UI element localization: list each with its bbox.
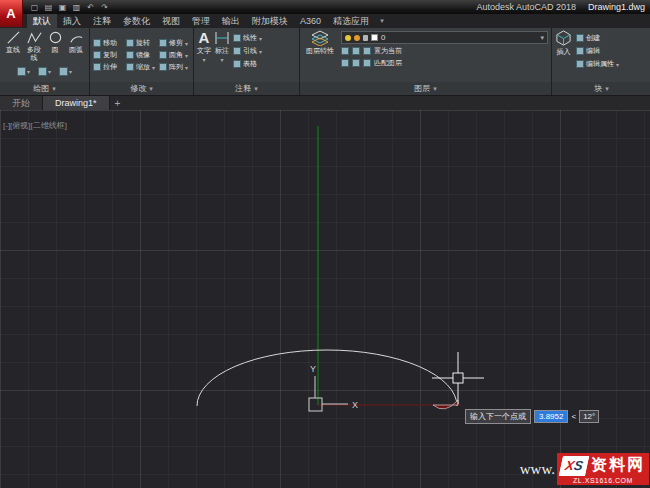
ribbon-tab-insert[interactable]: 插入 bbox=[57, 14, 87, 28]
print-icon[interactable]: ▥ bbox=[71, 2, 82, 13]
fillet-icon bbox=[159, 51, 167, 59]
ribbon-collapse-icon[interactable] bbox=[375, 14, 389, 28]
layers-panel-label[interactable]: 图层 bbox=[300, 82, 551, 95]
open-file-icon[interactable]: ▤ bbox=[43, 2, 54, 13]
ribbon-tab-manage[interactable]: 管理 bbox=[186, 14, 216, 28]
dynamic-input-prompt: 输入下一个点或 bbox=[465, 409, 531, 424]
xs-logo-icon: XS bbox=[559, 456, 589, 476]
ribbon-tab-view[interactable]: 视图 bbox=[156, 14, 186, 28]
layer-thaw-icon[interactable] bbox=[354, 35, 360, 41]
leader-icon bbox=[233, 47, 241, 55]
layer-tool-icon-4 bbox=[352, 59, 360, 67]
redo-icon[interactable]: ↷ bbox=[99, 2, 110, 13]
layer-dropdown[interactable]: 0 ▾ bbox=[341, 31, 548, 44]
mirror-icon bbox=[126, 51, 134, 59]
ribbon: 直线 多段线 圆 圆弧 ▾ bbox=[0, 28, 650, 95]
drawing-canvas[interactable]: [-][俯视][二维线框] X Y bbox=[0, 110, 650, 488]
circle-button[interactable]: 圆 bbox=[45, 30, 65, 62]
autocad-window: A ▢ ▤ ▣ ▥ ↶ ↷ Autodesk AutoCAD 2018 Draw… bbox=[0, 0, 650, 488]
fillet-button[interactable]: 圆角▾ bbox=[159, 50, 190, 60]
autocad-app-menu-button[interactable]: A bbox=[0, 0, 23, 27]
draw-panel-body: 直线 多段线 圆 圆弧 ▾ bbox=[0, 28, 89, 82]
rectangle-tool-button[interactable]: ▾ bbox=[17, 67, 30, 76]
layer-lock-icon[interactable] bbox=[363, 35, 368, 41]
window-title: Autodesk AutoCAD 2018 Drawing1.dwg bbox=[476, 2, 645, 12]
trim-button[interactable]: 修剪▾ bbox=[159, 38, 190, 48]
arc-button[interactable]: 圆弧 bbox=[66, 30, 86, 62]
table-button[interactable]: 表格 bbox=[233, 59, 262, 69]
modify-panel-label[interactable]: 修改 bbox=[90, 82, 193, 95]
annotation-panel-body: A 文字 ▾ 标注 ▾ 线性▾ 引线▾ 表格 bbox=[194, 28, 299, 82]
watermark-url: ZL.XS1616.COM bbox=[561, 477, 645, 484]
draw-panel: 直线 多段线 圆 圆弧 ▾ bbox=[0, 28, 90, 95]
set-current-layer-button[interactable]: 置为当前 bbox=[341, 46, 548, 56]
dynamic-input-value-field[interactable]: 3.8952 bbox=[534, 410, 568, 423]
trim-icon bbox=[159, 39, 167, 47]
edit-block-button[interactable]: 编辑 bbox=[576, 46, 619, 56]
ribbon-tab-featured-apps[interactable]: 精选应用 bbox=[327, 14, 375, 28]
edit-attributes-button[interactable]: 编辑属性▾ bbox=[576, 59, 619, 69]
titlebar: ▢ ▤ ▣ ▥ ↶ ↷ Autodesk AutoCAD 2018 Drawin… bbox=[0, 0, 650, 14]
mirror-button[interactable]: 镜像 bbox=[126, 50, 157, 60]
match-layer-icon bbox=[363, 59, 371, 67]
annotation-panel-label[interactable]: 注释 bbox=[194, 82, 299, 95]
new-drawing-tab-button[interactable]: + bbox=[110, 96, 126, 110]
text-button[interactable]: A 文字 ▾ bbox=[197, 30, 211, 64]
linear-dimension-button[interactable]: 线性▾ bbox=[233, 33, 262, 43]
array-icon bbox=[159, 63, 167, 71]
table-icon bbox=[233, 60, 241, 68]
layer-tool-icon-1 bbox=[341, 47, 349, 55]
watermark-badge: XS 资料网 ZL.XS1616.COM bbox=[557, 453, 649, 485]
layer-properties-button[interactable]: 图层特性 bbox=[303, 30, 337, 80]
text-icon: A bbox=[199, 30, 210, 46]
insert-block-button[interactable]: 插入 bbox=[555, 30, 572, 80]
hatch-tool-button[interactable]: ▾ bbox=[59, 67, 72, 76]
new-file-icon[interactable]: ▢ bbox=[29, 2, 40, 13]
file-tab-start[interactable]: 开始 bbox=[0, 96, 43, 110]
block-panel-label[interactable]: 块 bbox=[552, 82, 650, 95]
ribbon-tab-default[interactable]: 默认 bbox=[27, 14, 57, 28]
linear-dimension-icon bbox=[233, 34, 241, 42]
app-title: Autodesk AutoCAD 2018 bbox=[476, 2, 576, 12]
undo-icon[interactable]: ↶ bbox=[85, 2, 96, 13]
layer-color-swatch[interactable] bbox=[371, 34, 378, 41]
layer-tool-icon-3 bbox=[341, 59, 349, 67]
layers-panel: 图层特性 0 ▾ 置为当前 bbox=[300, 28, 552, 95]
ribbon-tab-annotate[interactable]: 注释 bbox=[87, 14, 117, 28]
scale-icon bbox=[126, 63, 134, 71]
copy-button[interactable]: 复制 bbox=[93, 50, 124, 60]
save-icon[interactable]: ▣ bbox=[57, 2, 68, 13]
rotate-button[interactable]: 旋转 bbox=[126, 38, 157, 48]
stretch-button[interactable]: 拉伸 bbox=[93, 62, 124, 72]
ribbon-tab-output[interactable]: 输出 bbox=[216, 14, 246, 28]
layer-on-icon[interactable] bbox=[345, 35, 351, 41]
dimension-button[interactable]: 标注 ▾ bbox=[214, 30, 230, 64]
ellipse-tool-button[interactable]: ▾ bbox=[38, 67, 51, 76]
watermark: www. XS 资料网 ZL.XS1616.COM bbox=[520, 453, 649, 485]
layers-icon bbox=[311, 30, 329, 46]
block-panel-body: 插入 创建 编辑 编辑属性▾ bbox=[552, 28, 650, 82]
ellipse-icon bbox=[38, 67, 47, 76]
ribbon-tab-parametric[interactable]: 参数化 bbox=[117, 14, 156, 28]
ribbon-tab-a360[interactable]: A360 bbox=[294, 14, 327, 28]
block-panel: 插入 创建 编辑 编辑属性▾ 块 bbox=[552, 28, 650, 95]
move-button[interactable]: 移动 bbox=[93, 38, 124, 48]
file-tab-drawing1[interactable]: Drawing1* bbox=[43, 96, 110, 110]
line-button[interactable]: 直线 bbox=[3, 30, 23, 62]
dynamic-input-angle-field[interactable]: 12° bbox=[579, 410, 599, 423]
edit-attributes-icon bbox=[576, 60, 584, 68]
dimension-icon bbox=[214, 30, 230, 46]
ellipse-arc-curve bbox=[197, 350, 457, 406]
leader-button[interactable]: 引线▾ bbox=[233, 46, 262, 56]
watermark-site-name: 资料网 bbox=[591, 455, 645, 476]
draw-panel-label[interactable]: 绘图 bbox=[0, 82, 89, 95]
ribbon-tab-addins[interactable]: 附加模块 bbox=[246, 14, 294, 28]
match-layer-button[interactable]: 匹配图层 bbox=[341, 58, 548, 68]
polyline-button[interactable]: 多段线 bbox=[24, 30, 44, 62]
array-button[interactable]: 阵列▾ bbox=[159, 62, 190, 72]
insert-block-icon bbox=[555, 30, 572, 47]
crosshair-cursor bbox=[432, 352, 484, 404]
create-block-button[interactable]: 创建 bbox=[576, 33, 619, 43]
scale-button[interactable]: 缩放▾ bbox=[126, 62, 157, 72]
layer-dropdown-arrow-icon[interactable]: ▾ bbox=[540, 34, 544, 42]
